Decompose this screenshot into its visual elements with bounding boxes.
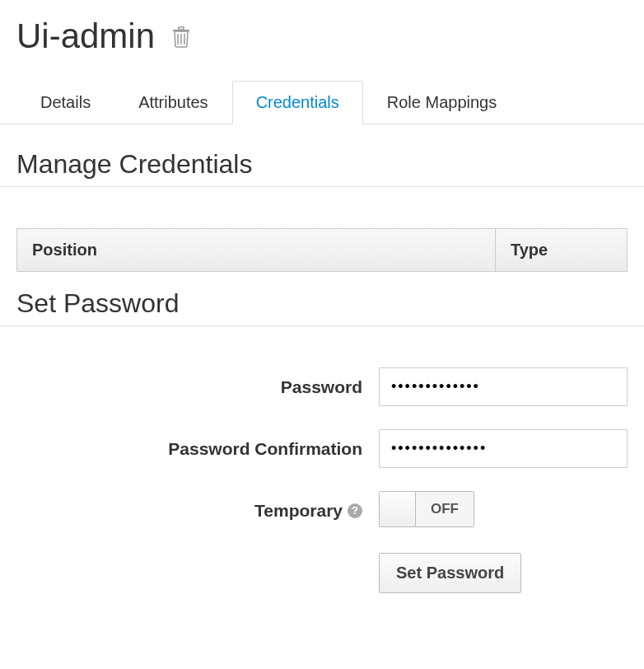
toggle-handle[interactable] (380, 492, 416, 526)
set-password-heading: Set Password (0, 272, 644, 326)
password-label: Password (281, 377, 362, 397)
toggle-state-label: OFF (416, 492, 474, 526)
tab-credentials[interactable]: Credentials (232, 81, 363, 124)
tab-details[interactable]: Details (16, 81, 114, 124)
table-header-type: Type (496, 229, 628, 271)
set-password-button[interactable]: Set Password (379, 553, 521, 593)
password-input[interactable] (379, 367, 628, 406)
password-confirmation-input[interactable] (379, 429, 628, 468)
trash-icon[interactable] (171, 25, 191, 48)
credentials-table-header: Position Type (16, 228, 628, 272)
temporary-toggle[interactable]: OFF (379, 491, 474, 527)
password-confirmation-label: Password Confirmation (168, 439, 362, 459)
table-header-position: Position (17, 229, 496, 271)
tab-attributes[interactable]: Attributes (114, 81, 231, 124)
page-title: Ui-admin (16, 16, 155, 56)
tabs-bar: Details Attributes Credentials Role Mapp… (0, 81, 644, 124)
temporary-label: Temporary (254, 501, 343, 521)
tab-role-mappings[interactable]: Role Mappings (363, 81, 520, 124)
manage-credentials-heading: Manage Credentials (0, 124, 644, 187)
help-icon[interactable]: ? (348, 503, 362, 518)
